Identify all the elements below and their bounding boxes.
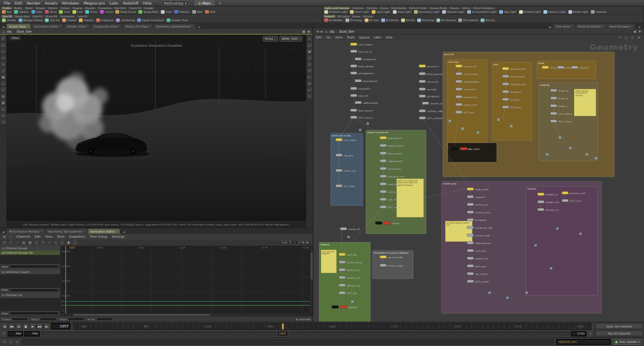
network-node-advect1[interactable] [572,66,578,69]
network-node-dopimport1[interactable] [380,136,386,139]
network-node-match-size[interactable] [467,257,474,260]
network-node-sim-bake[interactable] [461,147,467,150]
network-node-cam-flip[interactable] [339,253,345,256]
network-node-k[interactable] [332,306,338,308]
network-node-out-mat[interactable] [562,199,568,202]
shelf-tool-circle[interactable]: Circle [85,10,98,14]
network-node-source-vol[interactable] [456,65,462,67]
network-node-null-check[interactable] [380,198,386,201]
viewport-canvas[interactable]: View Dynamics Simulation Disabled Persp … [6,35,306,227]
network-node-bypassed[interactable]: × [545,152,549,157]
network-node-load-disk[interactable] [380,183,386,185]
network-node-out-shape[interactable] [550,120,557,122]
shelf-tool-tube[interactable]: Tube [31,10,43,14]
network-node-transform1[interactable] [355,58,361,60]
pane-tab-tree-view[interactable]: Tree View▾ [553,24,575,29]
shelf-tool-sphere[interactable]: Sphere [13,10,29,14]
network-overview-icon[interactable]: □ [623,35,629,40]
network-node-temp-remap[interactable] [542,66,549,69]
construction-plane-icon[interactable]: △ [1,81,6,86]
network-node-volume-trim[interactable] [467,211,474,213]
pane-tab-composite-view[interactable]: Composite View▾ [91,24,122,29]
dopesheet-icon[interactable]: ▦ [28,240,33,245]
network-node-bypassed[interactable]: × [488,290,491,295]
network-node-import-fields[interactable] [380,144,386,147]
key-handles-icon[interactable]: ◇ [40,240,45,245]
global-range-start-field[interactable]: 960 [8,331,23,336]
network-node-trail-vel[interactable] [351,94,357,97]
network-editor-canvas[interactable]: Geometry pyro simsourcingpostfieldsshapi… [313,40,644,322]
sculpt-icon[interactable]: ▦ [1,100,6,105]
network-node-bypassed[interactable]: × [448,119,452,124]
shelf-tool-curve[interactable]: Curve [99,10,113,14]
network-node-vel-blur[interactable] [502,98,509,101]
network-node-pack-geo[interactable] [467,265,474,267]
network-node-noise-mask[interactable] [456,72,462,75]
footer-field-input[interactable] [96,317,113,321]
network-node-bypassed[interactable]: × [351,299,354,304]
shelf-tool-rs-ies[interactable]: RS IES [400,19,415,22]
animation-layers-list[interactable] [0,274,60,288]
graph-icon[interactable]: ∿ [8,235,13,240]
network-node-polyreduce1[interactable] [355,79,361,82]
breadcrumb-root[interactable]: obj [7,29,12,33]
desktop-selector[interactable]: MyDesktop ▾ [161,1,189,6]
home-view-icon[interactable]: ⌂ [1,106,6,111]
add-key-icon[interactable]: + [8,240,13,245]
network-node-bypassed[interactable]: × [556,226,559,231]
chmenu-channels[interactable]: Channels [16,235,30,238]
network-node-out-sim[interactable] [456,111,462,113]
current-frame-field[interactable]: 1057 [51,323,70,329]
network-node-compress-vdb[interactable] [467,226,474,229]
network-node-resize-cont[interactable] [456,103,462,106]
netmenu-help[interactable]: Help [386,36,393,39]
footer-field-input[interactable] [68,317,85,321]
network-node-bypassed[interactable]: × [476,130,480,135]
shelf-tool-rs-volume[interactable]: RS Volume [436,19,456,22]
network-node-scene-setup[interactable] [339,261,345,263]
network-node-bypassed[interactable]: × [549,266,553,271]
network-node-cam-import[interactable] [351,43,357,45]
animation-curve[interactable] [61,301,313,302]
network-node-attribblur1[interactable] [419,95,425,97]
network-node-pyrosolver1[interactable] [456,95,462,98]
shelf-tool-fireball[interactable]: Fireball [62,19,78,22]
network-node-bypassed[interactable]: × [585,152,589,157]
pane-tab-geometry-spreadsheet[interactable]: Geometry Spreadsheet▾ [45,229,87,234]
network-node-bypassed[interactable]: × [534,243,538,248]
desktop-tab-main[interactable]: ★ Main [194,0,215,6]
network-node-res-override[interactable] [380,256,386,258]
network-node-mix-shapes[interactable] [550,112,557,115]
pane-link-icon[interactable]: ◈ [1,229,6,234]
animation-layers-filter-input[interactable] [10,288,59,292]
netmenu-view[interactable]: View [335,36,342,39]
add-pane-tab-button[interactable]: + [196,24,203,29]
network-node-out-post[interactable] [502,106,509,108]
network-node-shape-a[interactable] [550,89,557,92]
shelf-tool-dry-ice[interactable]: Dry Ice [44,19,60,22]
selection-path-field[interactable]: obj/Dust_Sim [556,339,611,345]
shelf-tool-spray-paint[interactable]: Spray Paint [138,10,159,14]
shelf-tool-font[interactable]: Font [160,10,172,14]
flatten-icon[interactable]: ≈ [1,113,6,118]
channel-groups-list[interactable] [0,255,60,264]
network-node-out-cache[interactable] [380,206,386,208]
chmenu-snapshots[interactable]: Snapshots [69,235,85,238]
menu-redshift[interactable]: Redshift [121,1,140,5]
menu-labs[interactable]: Labs [108,1,120,5]
pane-tab-performance-monitor[interactable]: Performance Monitor▾ [6,229,45,234]
flatten-tangent-icon[interactable]: ≈ [53,240,58,245]
netmenu-edit[interactable]: Edit [316,36,322,39]
network-node-old-cache[interactable] [452,147,458,150]
shelf-tool-platonic[interactable]: Platonic [174,10,190,14]
pane-tab-material-palette[interactable]: Material Palette▾ [575,24,606,29]
frame-all-icon[interactable]: ⌂ [307,36,312,41]
pose-icon[interactable]: ○ [1,68,6,73]
channels-icon[interactable]: ▤ [2,235,7,240]
network-node-lookdev-a[interactable] [538,193,544,195]
network-node-vdbcombine1[interactable] [467,242,474,244]
range-end-field[interactable]: 1200 [571,331,586,336]
forward-icon[interactable]: ► [320,29,323,33]
footer-field-input[interactable] [12,317,28,321]
network-node-vdbfrompoly[interactable] [355,101,361,104]
